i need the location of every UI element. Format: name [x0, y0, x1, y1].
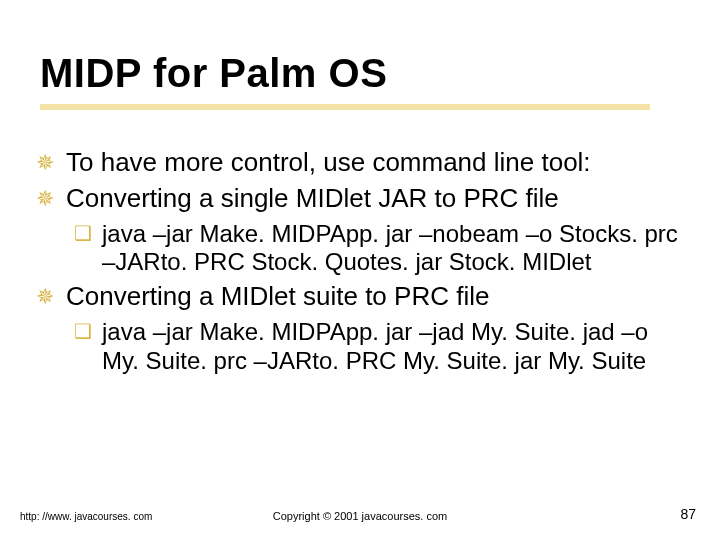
title-area: MIDP for Palm OS [40, 52, 650, 110]
sub-bullet-icon: ❑ [74, 222, 92, 246]
bullet-text: java –jar Make. MIDPApp. jar –jad My. Su… [102, 318, 648, 373]
bullet-icon: ✵ [36, 186, 54, 211]
body-area: ✵ To have more control, use command line… [36, 148, 684, 381]
bullet-level1: ✵ Converting a single MIDlet JAR to PRC … [36, 184, 684, 214]
bullet-text: Converting a MIDlet suite to PRC file [66, 281, 489, 311]
slide: MIDP for Palm OS ✵ To have more control,… [0, 0, 720, 540]
bullet-level1: ✵ Converting a MIDlet suite to PRC file [36, 282, 684, 312]
footer-page: 87 [680, 506, 696, 522]
sub-bullet-icon: ❑ [74, 320, 92, 344]
bullet-text: To have more control, use command line t… [66, 147, 591, 177]
bullet-text: Converting a single MIDlet JAR to PRC fi… [66, 183, 559, 213]
bullet-level2: ❑ java –jar Make. MIDPApp. jar –nobeam –… [66, 220, 684, 277]
bullet-icon: ✵ [36, 284, 54, 309]
bullet-text: java –jar Make. MIDPApp. jar –nobeam –o … [102, 220, 678, 275]
footer-copyright: Copyright © 2001 javacourses. com [0, 510, 720, 522]
bullet-icon: ✵ [36, 150, 54, 175]
bullet-level1: ✵ To have more control, use command line… [36, 148, 684, 178]
title-underline [40, 104, 650, 110]
bullet-level2: ❑ java –jar Make. MIDPApp. jar –jad My. … [66, 318, 684, 375]
slide-title: MIDP for Palm OS [40, 52, 650, 94]
